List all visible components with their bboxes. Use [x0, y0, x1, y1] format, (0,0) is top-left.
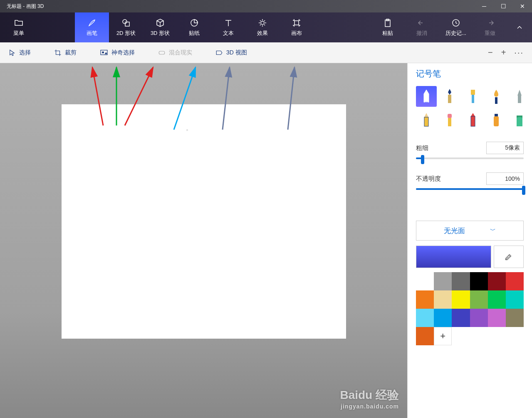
color-swatch[interactable] [416, 327, 434, 345]
brush-crayon[interactable] [463, 109, 483, 130]
color-swatch[interactable] [506, 272, 524, 290]
color-swatch[interactable] [452, 290, 470, 309]
canvas-viewport[interactable]: Baidu 经验 jingyan.baidu.com [0, 63, 407, 418]
color-swatch[interactable] [506, 309, 524, 327]
color-swatch[interactable] [488, 290, 506, 309]
svg-rect-25 [495, 114, 498, 116]
opacity-row: 不透明度 [408, 169, 532, 187]
shapes-3d-tab[interactable]: 3D 形状 [143, 12, 177, 42]
brush-pencil[interactable] [416, 109, 437, 130]
canvas-surface[interactable] [62, 104, 346, 339]
history-icon [451, 18, 461, 28]
svg-rect-26 [494, 116, 499, 126]
mixed-reality-tool: 混合现实 [153, 47, 197, 59]
opacity-slider[interactable] [416, 188, 524, 190]
svg-rect-24 [471, 116, 475, 126]
opacity-label: 不透明度 [416, 175, 441, 183]
expand-ribbon-button[interactable] [507, 12, 532, 42]
color-swatch[interactable] [416, 290, 434, 309]
stickers-tab[interactable]: 贴纸 [177, 12, 211, 42]
brush-pixel[interactable] [509, 86, 530, 107]
add-color-button[interactable]: + [434, 327, 452, 345]
brush-spray[interactable] [486, 109, 507, 130]
color-palette-row2: + [408, 327, 532, 345]
svg-rect-17 [471, 90, 475, 95]
paste-button[interactable]: 粘贴 [371, 12, 405, 42]
color-swatch[interactable] [416, 309, 434, 327]
color-swatch[interactable] [488, 272, 506, 290]
magic-label: 神奇选择 [111, 49, 135, 57]
brush-oil[interactable] [463, 86, 483, 107]
text-tab[interactable]: 文本 [211, 12, 245, 42]
brush-marker[interactable] [416, 86, 437, 107]
svg-rect-18 [472, 95, 474, 103]
crop-label: 裁剪 [65, 49, 77, 57]
brush-calligraphy[interactable] [439, 86, 460, 107]
main-ribbon: 菜单 画笔 2D 形状 3D 形状 贴纸 文本 效果 画布 粘贴 撤消 历史记.… [0, 12, 532, 42]
svg-rect-23 [448, 118, 451, 126]
material-label: 无光面 [444, 226, 465, 236]
panel-title: 记号笔 [408, 63, 532, 86]
svg-rect-1 [125, 22, 129, 26]
zoom-out-button[interactable]: − [488, 48, 493, 57]
history-label: 历史记... [445, 30, 466, 37]
color-swatch[interactable] [434, 272, 452, 290]
more-button[interactable]: ··· [514, 48, 524, 57]
effects-icon [257, 18, 267, 28]
view-3d-tool[interactable]: 3D 视图 [210, 47, 252, 59]
color-swatch[interactable] [488, 309, 506, 327]
shapes-2d-tab[interactable]: 2D 形状 [109, 12, 143, 42]
color-swatch[interactable] [452, 309, 470, 327]
color-swatch[interactable] [506, 290, 524, 309]
effects-tab[interactable]: 效果 [245, 12, 280, 42]
select-tool[interactable]: 选择 [3, 47, 36, 59]
material-dropdown[interactable]: 无光面 ﹀ [416, 221, 524, 241]
close-button[interactable]: ✕ [513, 0, 532, 12]
svg-rect-16 [448, 95, 451, 103]
svg-rect-20 [518, 96, 521, 103]
brush-watercolor[interactable] [486, 86, 507, 107]
brush-icon [87, 18, 97, 28]
view3d-label: 3D 视图 [226, 49, 247, 57]
current-color[interactable] [416, 246, 491, 268]
mixed-label: 混合现实 [169, 49, 192, 57]
maximize-button[interactable]: ☐ [494, 0, 513, 12]
crop-tool[interactable]: 裁剪 [49, 47, 82, 59]
shapes-3d-label: 3D 形状 [151, 30, 170, 37]
magic-select-tool[interactable]: 神奇选择 [95, 47, 140, 59]
history-button[interactable]: 历史记... [439, 12, 473, 42]
sticker-icon [189, 18, 199, 28]
effects-label: 效果 [257, 30, 268, 37]
watermark-brand: Baidu 经验 [340, 388, 399, 401]
opacity-input[interactable] [486, 172, 524, 185]
thickness-label: 粗细 [416, 144, 428, 152]
minimize-button[interactable]: ─ [475, 0, 494, 12]
color-palette [408, 272, 532, 327]
paste-label: 粘贴 [382, 30, 393, 37]
color-swatch[interactable] [470, 309, 488, 327]
color-swatch[interactable] [470, 290, 488, 309]
watermark: Baidu 经验 jingyan.baidu.com [340, 387, 399, 410]
brush-fill[interactable] [509, 109, 530, 130]
color-swatch[interactable] [434, 290, 452, 309]
redo-button[interactable]: 重做 [473, 12, 507, 42]
brush-grid [408, 86, 532, 138]
canvas-label: 画布 [291, 30, 302, 37]
eyedropper-button[interactable] [494, 246, 524, 268]
color-swatch[interactable] [416, 272, 434, 290]
brush-eraser[interactable] [439, 109, 460, 130]
color-swatch[interactable] [452, 272, 470, 290]
canvas-tab[interactable]: 画布 [280, 12, 314, 42]
brush-tab[interactable]: 画笔 [75, 12, 109, 42]
shapes-2d-label: 2D 形状 [116, 30, 136, 37]
zoom-in-button[interactable]: + [501, 48, 506, 57]
svg-rect-22 [448, 114, 452, 118]
menu-button[interactable]: 菜单 [0, 12, 37, 42]
color-swatch[interactable] [434, 309, 452, 327]
color-swatch[interactable] [470, 272, 488, 290]
thickness-input[interactable] [486, 142, 524, 154]
canvas-icon [292, 18, 302, 28]
cursor-indicator [186, 129, 188, 131]
undo-button[interactable]: 撤消 [405, 12, 439, 42]
thickness-slider[interactable] [416, 157, 524, 159]
